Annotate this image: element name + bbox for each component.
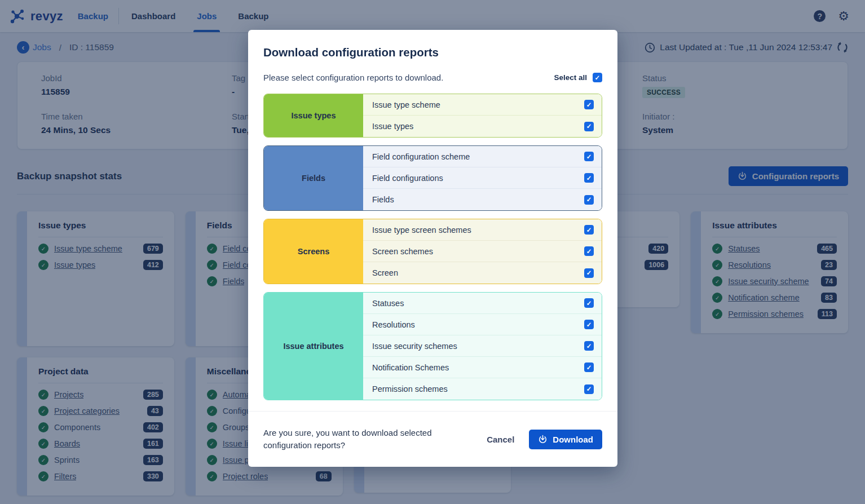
checkbox-field-configurations[interactable]: ✓ bbox=[584, 173, 594, 183]
report-label-resolutions: Resolutions bbox=[372, 320, 415, 329]
report-label-issue-type-scheme: Issue type scheme bbox=[372, 100, 440, 109]
confirm-question: Are you sure, you want to download selec… bbox=[263, 427, 461, 452]
report-label-issue-types: Issue types bbox=[372, 122, 413, 131]
report-label-fields: Fields bbox=[372, 195, 394, 204]
report-label-screen-schemes: Screen schemes bbox=[372, 247, 433, 256]
checkbox-resolutions[interactable]: ✓ bbox=[584, 320, 594, 329]
checkbox-screen-schemes[interactable]: ✓ bbox=[584, 246, 594, 256]
checkbox-statuses[interactable]: ✓ bbox=[584, 298, 594, 308]
report-row-statuses: Statuses✓ bbox=[363, 293, 602, 314]
report-row-issue-security-schemes: Issue security schemes✓ bbox=[363, 335, 602, 357]
report-row-field-configuration-scheme: Field configuration scheme✓ bbox=[363, 146, 602, 167]
checkbox-field-configuration-scheme[interactable]: ✓ bbox=[584, 152, 594, 161]
report-label-issue-type-screen-schemes: Issue type screen schemes bbox=[372, 226, 471, 235]
group-label-issue-types: Issue types bbox=[264, 94, 363, 137]
report-group-screens: ScreensIssue type screen schemes✓Screen … bbox=[263, 219, 602, 284]
report-row-screen: Screen✓ bbox=[363, 262, 602, 284]
report-label-notification-schemes: Notification Schemes bbox=[372, 363, 449, 372]
download-button[interactable]: Download bbox=[529, 430, 602, 449]
select-all-checkbox[interactable]: ✓ bbox=[593, 73, 602, 82]
group-rows: Issue type screen schemes✓Screen schemes… bbox=[363, 219, 602, 284]
group-label-issue-attributes: Issue attributes bbox=[264, 293, 363, 400]
report-row-field-configurations: Field configurations✓ bbox=[363, 167, 602, 189]
modal-subtitle: Please select configuration reports to d… bbox=[263, 73, 443, 82]
checkbox-issue-types[interactable]: ✓ bbox=[584, 122, 594, 131]
checkbox-issue-type-scheme[interactable]: ✓ bbox=[584, 100, 594, 109]
group-rows: Issue type scheme✓Issue types✓ bbox=[363, 94, 602, 137]
report-group-fields: FieldsField configuration scheme✓Field c… bbox=[263, 145, 602, 211]
group-rows: Field configuration scheme✓Field configu… bbox=[363, 146, 602, 210]
checkbox-screen[interactable]: ✓ bbox=[584, 268, 594, 278]
group-label-screens: Screens bbox=[264, 219, 363, 284]
report-row-issue-types: Issue types✓ bbox=[363, 116, 602, 137]
download-reports-modal: Download configuration reports Please se… bbox=[248, 30, 617, 467]
report-row-screen-schemes: Screen schemes✓ bbox=[363, 241, 602, 262]
checkbox-issue-type-screen-schemes[interactable]: ✓ bbox=[584, 225, 594, 235]
report-row-fields: Fields✓ bbox=[363, 189, 602, 210]
report-label-screen: Screen bbox=[372, 268, 398, 277]
modal-footer: Are you sure, you want to download selec… bbox=[248, 411, 617, 467]
modal-title: Download configuration reports bbox=[263, 46, 602, 59]
cancel-button[interactable]: Cancel bbox=[487, 435, 514, 444]
report-group-issue-attributes: Issue attributesStatuses✓Resolutions✓Iss… bbox=[263, 292, 602, 400]
report-label-field-configurations: Field configurations bbox=[372, 174, 443, 183]
report-label-statuses: Statuses bbox=[372, 299, 404, 308]
report-label-issue-security-schemes: Issue security schemes bbox=[372, 342, 457, 351]
report-row-resolutions: Resolutions✓ bbox=[363, 314, 602, 335]
group-rows: Statuses✓Resolutions✓Issue security sche… bbox=[363, 293, 602, 400]
report-label-permission-schemes: Permission schemes bbox=[372, 384, 448, 394]
report-groups: Issue typesIssue type scheme✓Issue types… bbox=[263, 94, 602, 400]
checkbox-notification-schemes[interactable]: ✓ bbox=[584, 362, 594, 372]
checkbox-fields[interactable]: ✓ bbox=[584, 195, 594, 205]
group-label-fields: Fields bbox=[264, 146, 363, 210]
select-all-label: Select all bbox=[554, 73, 587, 82]
checkbox-permission-schemes[interactable]: ✓ bbox=[584, 384, 594, 394]
report-row-issue-type-screen-schemes: Issue type screen schemes✓ bbox=[363, 219, 602, 241]
report-row-permission-schemes: Permission schemes✓ bbox=[363, 378, 602, 400]
download-icon bbox=[538, 435, 548, 444]
select-all: Select all ✓ bbox=[554, 73, 602, 82]
report-row-issue-type-scheme: Issue type scheme✓ bbox=[363, 94, 602, 116]
report-label-field-configuration-scheme: Field configuration scheme bbox=[372, 152, 470, 161]
report-group-issue-types: Issue typesIssue type scheme✓Issue types… bbox=[263, 94, 602, 138]
checkbox-issue-security-schemes[interactable]: ✓ bbox=[584, 341, 594, 351]
report-row-notification-schemes: Notification Schemes✓ bbox=[363, 357, 602, 378]
